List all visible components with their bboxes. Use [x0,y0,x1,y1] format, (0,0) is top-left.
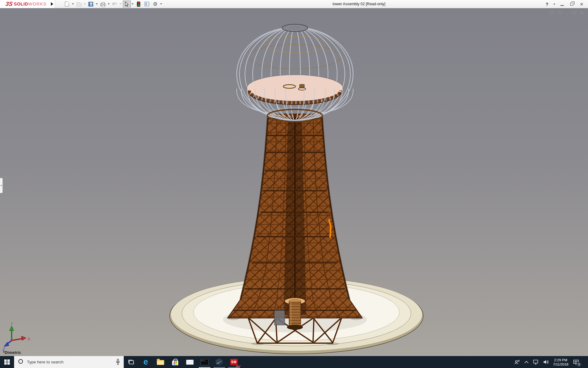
taskbar-apps: e C:\_ SW 2017 [124,356,241,368]
new-file-icon [65,2,69,6]
solidworks-logo: 3S SOLID WORKS [0,0,50,8]
window-controls: ? ✕ [543,0,586,8]
restore-button[interactable] [568,1,576,8]
save-icon [89,2,93,6]
model-canvas[interactable]: Y X Z [0,8,588,356]
solidworks-window: 3S SOLID WORKS ⚙ [0,0,588,368]
windows-logo-icon [4,359,10,365]
logo-text-solid: SOLID [14,2,28,6]
taskbar-search[interactable] [14,356,124,368]
child-close-icon[interactable] [580,11,584,15]
display-pane-icon [145,2,149,6]
open-button[interactable] [75,1,83,7]
store-icon [172,361,178,365]
undo-dropdown[interactable] [120,3,122,5]
selection-filter-icon [137,2,140,7]
print-dropdown[interactable] [108,3,110,5]
help-button[interactable]: ? [543,1,551,8]
clock-date: 7/11/2018 [553,362,568,366]
notification-badge: 3 [577,362,581,367]
select-tool-dropdown[interactable] [132,3,134,5]
taskbar-mail[interactable] [183,356,197,368]
taskbar-store[interactable] [168,356,183,368]
hexagon-app-icon [215,358,223,366]
search-input[interactable] [27,360,104,364]
options-dropdown[interactable] [160,3,162,5]
pane-left-icon[interactable] [550,11,554,15]
taskbar-solidworks[interactable]: SW 2017 [227,356,241,368]
select-tool-button[interactable] [123,1,131,7]
taskbar-command-prompt[interactable]: C:\_ [197,356,212,368]
chevron-up-icon[interactable] [524,361,529,364]
help-dropdown[interactable] [553,4,555,5]
graphics-viewport[interactable]: Y X Z *Dimetric [0,8,588,356]
volume-icon[interactable] [543,359,549,365]
open-dropdown[interactable] [84,3,86,5]
gear-icon: ⚙ [153,2,157,7]
mail-icon [186,360,194,365]
logo-text-works: WORKS [28,2,47,6]
child-minimize-icon[interactable] [565,11,569,15]
taskbar: e C:\_ SW 2017 [0,356,588,368]
feature-manager-collapsed-tab[interactable] [0,178,3,193]
ds-logo-mark: 3S [5,1,13,7]
pane-right-icon[interactable] [557,11,562,15]
wireframe-dome[interactable] [237,24,353,122]
child-restore-icon[interactable] [572,11,576,15]
undo-icon [112,2,118,6]
taskbar-clock[interactable]: 2:29 PM 7/11/2018 [553,358,568,366]
cortana-icon [18,359,23,364]
system-tray: 2:29 PM 7/11/2018 3 [514,356,588,368]
triad-x-label: X [27,337,31,341]
view-orientation-label: *Dimetric [3,350,21,355]
task-view-icon [128,359,134,365]
options-button[interactable]: ⚙ [151,1,159,7]
close-icon: ✕ [580,2,583,7]
titlebar: 3S SOLID WORKS ⚙ [0,0,588,8]
menu-expand-button[interactable] [50,0,55,8]
start-button[interactable] [0,356,14,368]
clock-time: 2:29 PM [553,358,568,362]
new-file-dropdown[interactable] [72,3,74,5]
help-icon: ? [545,2,548,7]
edge-icon: e [143,358,148,366]
taskbar-file-explorer[interactable] [153,356,168,368]
taskbar-hexagon-app[interactable] [212,356,227,368]
taskbar-edge[interactable]: e [138,356,153,368]
microphone-icon[interactable] [116,359,120,365]
solidworks-icon: SW [230,359,238,366]
tab-grip-dot [1,185,2,186]
people-icon[interactable] [514,359,520,365]
document-title: tower Assembly 02 [Read-only] [333,0,385,8]
print-button[interactable] [99,1,107,7]
solidworks-year-badge: 2017 [236,365,240,367]
action-center-button[interactable]: 3 [572,358,580,366]
open-folder-icon [77,3,81,6]
minimize-button[interactable] [558,1,566,8]
lattice-tower[interactable] [228,114,362,345]
cursor-icon [125,2,129,7]
print-icon [100,3,105,6]
triad-y-label: Y [10,322,13,326]
command-prompt-icon: C:\_ [201,359,209,365]
display-pane-button[interactable] [143,1,151,7]
save-dropdown[interactable] [96,3,98,5]
close-button[interactable]: ✕ [578,1,586,8]
minimize-icon [560,5,564,6]
selection-filter-button[interactable] [135,1,143,7]
new-file-button[interactable] [63,1,71,7]
file-explorer-icon [157,360,164,365]
orientation-triad[interactable]: Y X Z [2,322,31,351]
restore-icon [570,3,573,6]
network-icon[interactable] [533,359,539,365]
undo-button[interactable] [111,1,119,7]
save-button[interactable] [87,1,95,7]
task-view-button[interactable] [124,356,138,368]
document-window-controls [550,11,584,15]
quick-access-toolbar: ⚙ [63,1,163,7]
expand-arrow-icon [51,2,53,6]
